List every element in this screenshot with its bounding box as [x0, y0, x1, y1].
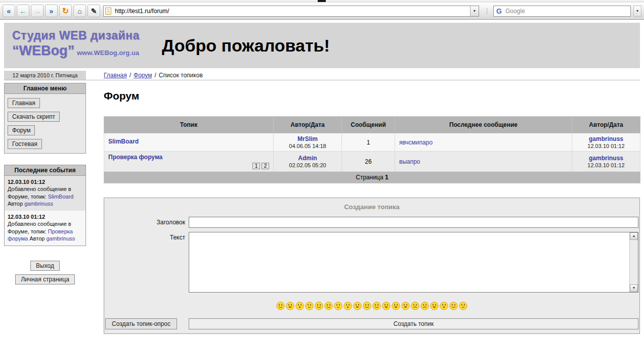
home-button[interactable]: ⌂	[73, 5, 86, 17]
last-message-link[interactable]: выапро	[399, 158, 420, 165]
smiley-icon-wink[interactable]	[315, 302, 323, 312]
smiley-icon-smile[interactable]	[276, 302, 285, 312]
last-author-link[interactable]: gambrinuss	[576, 155, 636, 162]
sidebar-menu-button[interactable]: Главная	[8, 98, 40, 108]
logout-button[interactable]: Выход	[30, 261, 60, 271]
sidebar-menu-button[interactable]: Гостевая	[8, 139, 42, 149]
logo-studio-text: Студия WEB дизайна	[12, 29, 140, 42]
event-item: 12.03.10 01:12 Добавлено сообщение в Фор…	[5, 211, 85, 246]
toolbar-separator: ⋮	[482, 7, 492, 15]
smiley-icon-angry[interactable]	[420, 302, 429, 312]
events-title: Последние события	[5, 165, 85, 176]
chevron-down-icon: ▼	[636, 9, 639, 13]
refresh-icon: ↻	[62, 6, 69, 16]
meta-gap	[86, 71, 104, 80]
window-notch	[318, 0, 326, 2]
scroll-up-icon[interactable]: ▲	[630, 232, 638, 240]
topic-page-button[interactable]: 1	[252, 163, 260, 169]
smiley-icon-grin[interactable]	[382, 302, 391, 312]
url-dropdown-button[interactable]: ▼	[470, 6, 479, 16]
smiley-icon-neutral[interactable]	[334, 302, 342, 312]
event-topic-link[interactable]: SlimBoard	[48, 194, 74, 200]
smiley-icon-grin[interactable]	[286, 302, 294, 312]
topic-link[interactable]: Проверка форума	[108, 154, 162, 161]
smiley-icon-wink[interactable]	[372, 302, 381, 312]
topic-author-link[interactable]: Admin	[278, 155, 337, 162]
topic-created-date: 02.02.05 05:20	[278, 162, 337, 168]
textarea-scrollbar[interactable]: ▲ ▼	[629, 232, 638, 292]
window-edge	[0, 0, 644, 3]
button-gap	[177, 318, 189, 329]
skip-back-button[interactable]: «	[3, 5, 15, 17]
browser-toolbar: « ← → » ↻ ⌂ ✎ ▼ ⋮ G ▼	[0, 3, 644, 20]
topic-cell: SlimBoard	[104, 133, 274, 152]
skip-forward-button[interactable]: »	[45, 5, 58, 17]
last-message-link[interactable]: явчсмипаро	[399, 139, 433, 146]
main-menu-block: Главное меню Главная Скачать скрипт Фору…	[4, 83, 86, 154]
back-button[interactable]: ←	[17, 5, 29, 17]
messages-count-cell: 1	[342, 133, 395, 152]
title-field-row: Заголовок	[105, 217, 638, 228]
smiley-icon-grin[interactable]	[430, 302, 439, 312]
forward-button[interactable]: →	[31, 5, 44, 17]
topic-page-button[interactable]: 2	[262, 163, 269, 169]
topic-author-link[interactable]: MrSlim	[278, 135, 337, 142]
smiley-icon-quiet[interactable]	[459, 302, 467, 312]
sidebar-menu-button[interactable]: Скачать скрипт	[8, 112, 60, 122]
smiley-icon-cool[interactable]	[449, 302, 458, 312]
main-content: Форум Топик Автор/Дата Сообщений Последн…	[104, 83, 640, 334]
search-input[interactable]	[504, 7, 630, 15]
smiley-icon-sad[interactable]	[411, 302, 419, 312]
refresh-button[interactable]: ↻	[59, 5, 72, 17]
personal-page-button[interactable]: Личная страница	[15, 274, 75, 284]
site-logo: Студия WEB дизайна “WEBog”www.WEBog.org.…	[12, 29, 140, 59]
topic-title-input[interactable]	[189, 217, 638, 228]
smiley-icon-tongue[interactable]	[392, 302, 400, 312]
logo-line2: “WEBog”www.WEBog.org.ua	[12, 43, 140, 59]
smiley-icon-laugh[interactable]	[401, 302, 410, 312]
breadcrumb-forum-link[interactable]: Форум	[134, 72, 152, 79]
topics-table: Топик Автор/Дата Сообщений Последнее соо…	[104, 116, 640, 183]
smiley-icon-surprised[interactable]	[344, 302, 352, 312]
smiley-icon-laugh[interactable]	[353, 302, 362, 312]
column-header-last-message: Последнее сообщение	[395, 117, 572, 133]
page-document-icon	[105, 8, 111, 15]
event-author-label: Автор	[29, 235, 45, 242]
topic-text-input[interactable]	[189, 232, 629, 292]
event-author-link[interactable]: gambrinuss	[46, 235, 75, 242]
event-date: 12.03.10 01:12	[8, 178, 82, 185]
create-topic-button[interactable]: Создать топик	[189, 318, 638, 329]
welcome-heading: Добро пожаловать!	[162, 36, 330, 56]
topic-created-date: 04.06.05 14:18	[278, 143, 337, 149]
last-author-cell: gambrinuss 12.03.10 01:12	[572, 152, 640, 172]
topic-cell: Проверка форума 12	[104, 152, 274, 172]
scroll-down-icon[interactable]: ▼	[630, 284, 638, 292]
last-author-link[interactable]: gambrinuss	[576, 135, 636, 142]
skip-forward-icon: »	[50, 7, 54, 15]
smiley-icon-blush[interactable]	[363, 302, 371, 312]
home-icon: ⌂	[77, 7, 81, 15]
chevron-down-icon: ▼	[473, 9, 477, 13]
edit-button[interactable]: ✎	[88, 5, 100, 17]
last-message-cell: явчсмипаро	[395, 133, 572, 152]
smiley-icon-rolleyes[interactable]	[305, 302, 314, 312]
smilies-row	[105, 297, 638, 314]
create-poll-button[interactable]: Создать топик-опрос	[105, 318, 177, 329]
logo-name: “WEBog”	[12, 43, 74, 58]
smiley-icon-surprised[interactable]	[295, 302, 304, 312]
text-field-row: Текст ▲ ▼	[105, 232, 638, 293]
url-input[interactable]	[114, 7, 470, 16]
breadcrumb-separator: /	[130, 72, 131, 79]
sidebar-menu-button[interactable]: Форум	[8, 125, 35, 135]
breadcrumb-home-link[interactable]: Главная	[104, 72, 127, 79]
smiley-icon-surprised[interactable]	[440, 302, 448, 312]
last-message-cell: выапро	[395, 152, 572, 172]
skip-back-icon: «	[7, 7, 11, 15]
event-author-link[interactable]: gambrinuss	[24, 201, 53, 207]
smiley-icon-smile[interactable]	[324, 302, 333, 312]
site: Студия WEB дизайна “WEBog”www.WEBog.org.…	[0, 20, 644, 334]
author-cell: MrSlim 04.06.05 14:18	[274, 133, 342, 152]
topic-pages: 12	[108, 162, 269, 169]
topic-link[interactable]: SlimBoard	[108, 138, 139, 145]
toolbar-dropdown-button[interactable]: ▼	[633, 6, 641, 17]
